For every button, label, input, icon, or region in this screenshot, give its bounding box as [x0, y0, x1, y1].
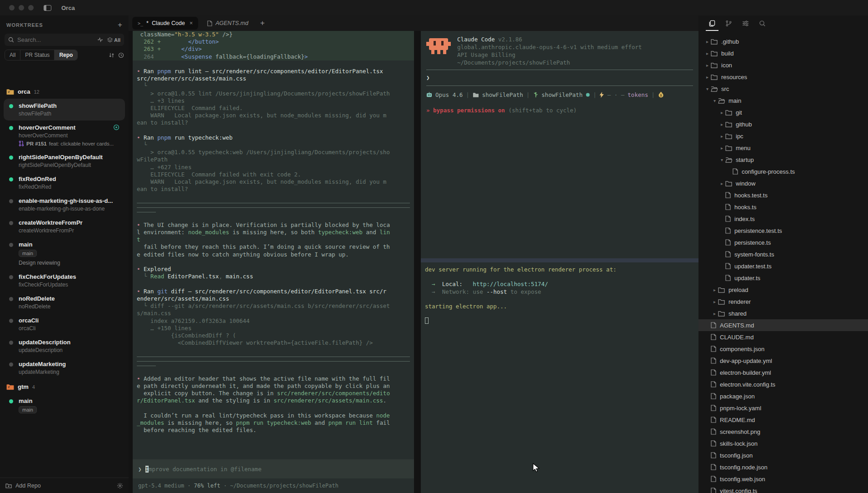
terminal-line: l environment: node_modules is missing h…: [133, 229, 414, 236]
terminal-line: [133, 405, 414, 412]
file-icon: [725, 239, 731, 246]
tree-item-label: tsconfig.json: [720, 452, 753, 459]
tree-item--github[interactable]: ▸.github: [698, 35, 868, 47]
worktree-title: createWorktreeFromPr: [19, 219, 83, 226]
tree-item-resources[interactable]: ▸resources: [698, 71, 868, 83]
tab-agents-md[interactable]: AGENTS.md: [202, 17, 254, 30]
tree-item-AGENTS-md[interactable]: AGENTS.md: [698, 319, 868, 331]
worktree-item-orcaCli[interactable]: orcaCliorcaCli: [4, 313, 125, 335]
tree-item-vitest-config-ts[interactable]: vitest.config.ts: [698, 485, 868, 493]
worktree-branch: enable-marketing-gh-issue-as-done: [19, 206, 113, 212]
tree-item-label: tsconfig.web.json: [720, 476, 765, 483]
worktree-item-rightSidePanelOpenByDefault[interactable]: rightSidePanelOpenByDefaultrightSidePane…: [4, 150, 125, 172]
window-close-button[interactable]: [9, 5, 15, 10]
activity-filter-icon[interactable]: [97, 37, 103, 42]
tree-item-updater-ts[interactable]: updater.ts: [698, 272, 868, 284]
worktree-item-hoverOverComment[interactable]: hoverOverCommenthoverOverCommentPR #151f…: [4, 121, 125, 150]
tree-item-updater-test-ts[interactable]: updater.test.ts: [698, 260, 868, 272]
window-minimize-button[interactable]: [19, 5, 24, 10]
tree-item-label: index.ts: [734, 216, 755, 222]
terminal-line: └ diff --git a/src/renderer/src/assets/m…: [133, 302, 414, 310]
tree-item-index-ts[interactable]: index.ts: [698, 213, 868, 225]
worktree-item-showFilePath[interactable]: showFilePathshowFilePath: [4, 99, 125, 121]
tree-item-package-json[interactable]: package.json: [698, 390, 868, 402]
worktree-item-updateMarketing[interactable]: updateMarketingupdateMarketing: [4, 357, 125, 379]
worktree-item-createWorktreeFromPr[interactable]: createWorktreeFromPrcreateWorktreeFromPr: [4, 216, 125, 237]
worktree-item-enable-marketing-gh-issue-as-d-[interactable]: enable-marketing-gh-issue-as-d...enable-…: [4, 194, 125, 216]
tree-item-hooks-ts[interactable]: hooks.ts: [698, 201, 868, 213]
tree-item-label: persistence.test.ts: [734, 227, 782, 234]
new-tab-button[interactable]: +: [260, 19, 264, 28]
history-icon[interactable]: [118, 52, 124, 58]
filter-pr-status[interactable]: PR Status: [20, 50, 55, 60]
tab-close-icon[interactable]: ×: [190, 20, 193, 26]
tab-claude-code[interactable]: >_*Claude Code×: [132, 17, 198, 30]
git-branch-tab-icon[interactable]: [725, 20, 732, 27]
tree-item-tsconfig-node-json[interactable]: tsconfig.node.json: [698, 461, 868, 473]
files-tab-icon[interactable]: [708, 20, 715, 27]
prompt-placeholder: mprove documentation in @filename: [149, 466, 261, 473]
settings-gear-icon[interactable]: [117, 483, 123, 489]
tree-item-skills-lock-json[interactable]: skills-lock.json: [698, 438, 868, 449]
filter-repo[interactable]: Repo: [55, 50, 77, 60]
tree-item-tsconfig-json[interactable]: tsconfig.json: [698, 449, 868, 461]
tree-item-window[interactable]: ▸window: [698, 177, 868, 189]
tree-item-menu[interactable]: ▸menu: [698, 142, 868, 154]
add-repo-button[interactable]: Add Repo: [15, 483, 41, 489]
tree-item-README-md[interactable]: README.md: [698, 414, 868, 426]
tree-item-src[interactable]: ▾src: [698, 83, 868, 95]
tree-item-renderer[interactable]: ▸renderer: [698, 296, 868, 307]
worktree-item-updateDescription[interactable]: updateDescriptionupdateDescription: [4, 335, 125, 357]
tree-item-icon[interactable]: ▸icon: [698, 59, 868, 71]
tree-item-components-json[interactable]: components.json: [698, 343, 868, 355]
tree-item-electron-builder-yml[interactable]: electron-builder.yml: [698, 367, 868, 378]
tree-item-git[interactable]: ▸git: [698, 106, 868, 118]
worktree-item-main[interactable]: mainmainDesign reviewing: [4, 237, 125, 270]
tree-item-screenshot-png[interactable]: screenshot.png: [698, 426, 868, 438]
tree-item-preload[interactable]: ▸preload: [698, 284, 868, 296]
tree-item-build[interactable]: ▸build: [698, 47, 868, 59]
filter-settings-tab-icon[interactable]: [742, 20, 749, 27]
tree-item-electron-vite-config-ts[interactable]: electron.vite.config.ts: [698, 378, 868, 390]
claude-terminal-pane[interactable]: className="h-3.5 w-3.5" />} 262 + </butt…: [133, 31, 414, 493]
tree-item-ipc[interactable]: ▸ipc: [698, 130, 868, 142]
add-worktree-button[interactable]: +: [118, 22, 122, 28]
chevron-right-icon: ▸: [718, 146, 725, 151]
worktree-item-fixRedOnRed[interactable]: fixRedOnRedfixRedOnRed: [4, 172, 125, 194]
worktree-item-fixCheckForUpdates[interactable]: fixCheckForUpdatesfixCheckForUpdates: [4, 270, 125, 292]
worktree-branch: showFilePath: [19, 111, 57, 117]
pr-status-row[interactable]: PR #151feat: clickable hover cards...: [19, 141, 113, 146]
tree-item-label: tsconfig.node.json: [720, 464, 768, 471]
filter-all[interactable]: All: [5, 50, 20, 60]
tree-item-persistence-ts[interactable]: persistence.ts: [698, 236, 868, 248]
tree-item-CLAUDE-md[interactable]: CLAUDE.md: [698, 331, 868, 343]
sort-icon[interactable]: [109, 52, 115, 58]
pane-split-handle[interactable]: [421, 258, 698, 262]
file-tree: ▸.github▸build▸icon▸resources▾src▾main▸g…: [698, 35, 868, 493]
claude-cli-pane[interactable]: Claude Code v2.1.86 global.anthropic.cla…: [421, 31, 698, 493]
tree-item-shared[interactable]: ▸shared: [698, 307, 868, 319]
tree-item-persistence-test-ts[interactable]: persistence.test.ts: [698, 225, 868, 236]
tree-item-tsconfig-web-json[interactable]: tsconfig.web.json: [698, 473, 868, 485]
tree-item-dev-app-update-yml[interactable]: dev-app-update.yml: [698, 355, 868, 367]
open-indicator-icon[interactable]: [113, 124, 120, 131]
cli-prompt[interactable]: ❯: [421, 73, 698, 82]
tree-item-label: ipc: [736, 133, 743, 140]
search-tab-icon[interactable]: [759, 20, 766, 27]
repo-group-orca[interactable]: orca 12: [4, 84, 125, 99]
repo-group-gtm[interactable]: gtm 4: [4, 379, 125, 394]
scope-all-toggle[interactable]: All: [107, 37, 120, 43]
tree-item-configure-process-ts[interactable]: configure-process.ts: [698, 166, 868, 177]
tree-item-startup[interactable]: ▾startup: [698, 154, 868, 166]
search-input[interactable]: Search... All: [5, 34, 124, 46]
window-zoom-button[interactable]: [28, 5, 34, 10]
worktree-item-noRedDelete[interactable]: noRedDeletenoRedDelete: [4, 292, 125, 313]
sidebar-toggle-icon[interactable]: [44, 5, 51, 11]
tree-item-system-fonts-ts[interactable]: system-fonts.ts: [698, 248, 868, 260]
tree-item-pnpm-lock-yaml[interactable]: pnpm-lock.yaml: [698, 402, 868, 414]
tree-item-main[interactable]: ▾main: [698, 95, 868, 106]
tree-item-github[interactable]: ▸github: [698, 118, 868, 130]
worktree-item-main[interactable]: mainmain: [4, 394, 125, 417]
tree-item-hooks-test-ts[interactable]: hooks.test.ts: [698, 189, 868, 201]
prompt-input[interactable]: ❯ I mprove documentation in @filename: [133, 459, 414, 478]
